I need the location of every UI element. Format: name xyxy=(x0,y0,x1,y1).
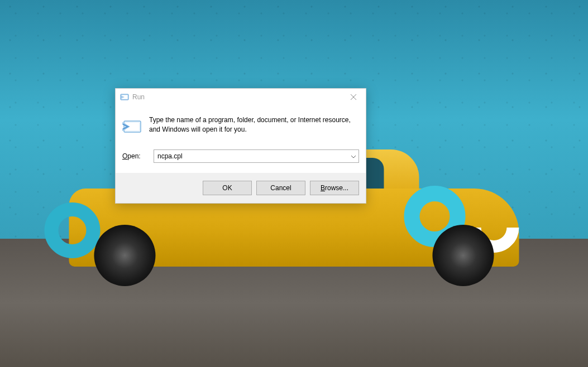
ok-button[interactable]: OK xyxy=(203,181,252,195)
cancel-button[interactable]: Cancel xyxy=(256,181,305,195)
close-icon xyxy=(351,94,356,100)
run-app-icon xyxy=(120,93,129,102)
close-button[interactable] xyxy=(341,89,366,105)
run-large-icon xyxy=(122,115,142,138)
open-combobox[interactable] xyxy=(154,149,359,163)
dialog-description: Type the name of a program, folder, docu… xyxy=(149,115,359,138)
open-input[interactable] xyxy=(154,149,359,163)
run-dialog: Run Type the name of a program, folder, … xyxy=(115,88,366,204)
button-row: OK Cancel Browse... xyxy=(116,173,366,203)
browse-button[interactable]: Browse... xyxy=(310,181,359,195)
titlebar[interactable]: Run xyxy=(116,89,366,105)
open-label: Open: xyxy=(122,152,148,160)
dialog-title: Run xyxy=(132,93,341,101)
